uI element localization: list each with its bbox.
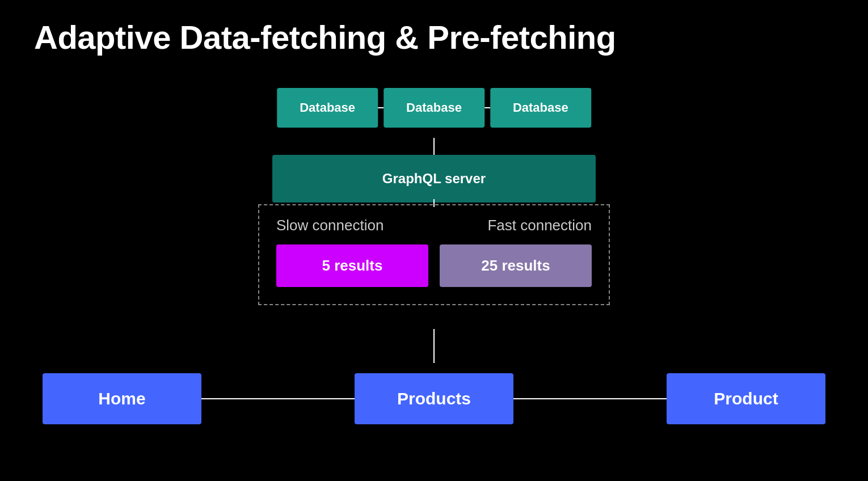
v-connector-top xyxy=(433,138,435,155)
v-connector-bottom xyxy=(433,329,435,363)
result-boxes: 5 results 25 results xyxy=(276,244,592,287)
products-box[interactable]: Products xyxy=(355,373,513,424)
database-box-2: Database xyxy=(384,88,484,128)
product-box[interactable]: Product xyxy=(667,373,825,424)
page-title: Adaptive Data-fetching & Pre-fetching xyxy=(34,18,616,56)
connection-area: Slow connection Fast connection 5 result… xyxy=(258,204,610,305)
nav-line-2 xyxy=(513,398,667,399)
home-box[interactable]: Home xyxy=(43,373,201,424)
database-row: Database Database Database xyxy=(277,88,591,128)
slow-connection-label: Slow connection xyxy=(276,217,384,234)
database-box-1: Database xyxy=(277,88,378,128)
fast-connection-label: Fast connection xyxy=(487,217,592,234)
connection-labels: Slow connection Fast connection xyxy=(276,217,592,234)
fast-result-box: 25 results xyxy=(440,244,592,287)
db-connector-1 xyxy=(378,107,384,108)
database-box-3: Database xyxy=(490,88,591,128)
nav-row: Home Products Product xyxy=(43,373,825,424)
db-connector-2 xyxy=(484,107,490,108)
graphql-server-box: GraphQL server xyxy=(272,155,596,202)
nav-line-1 xyxy=(201,398,355,399)
slow-result-box: 5 results xyxy=(276,244,428,287)
